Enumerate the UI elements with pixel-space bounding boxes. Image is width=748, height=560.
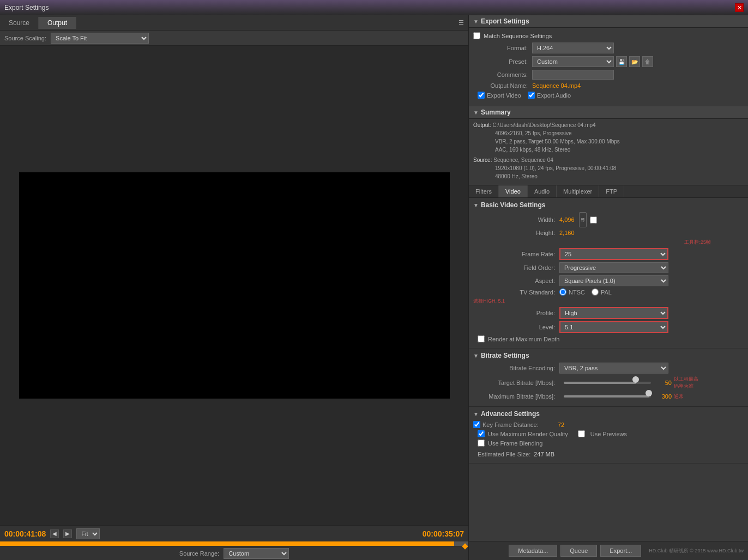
- profile-label: Profile:: [473, 310, 555, 316]
- metadata-button[interactable]: Metadata...: [509, 545, 557, 557]
- ntsc-radio[interactable]: [559, 288, 566, 296]
- vtab-video[interactable]: Video: [499, 185, 528, 197]
- scrubber-fill: [0, 541, 454, 546]
- use-previews-checkbox[interactable]: [578, 430, 585, 437]
- advanced-settings-section: ▼ Advanced Settings Key Frame Distance: …: [469, 407, 748, 463]
- max-bitrate-label: Maximum Bitrate [Mbps]:: [473, 393, 555, 400]
- target-bitrate-value[interactable]: 50: [655, 380, 672, 386]
- preset-delete-button[interactable]: 🗑: [642, 56, 653, 67]
- profile-row: Profile: High: [473, 307, 744, 319]
- left-panel-tabs: Source Output ☰: [0, 15, 468, 31]
- keyframe-checkbox[interactable]: [473, 421, 480, 428]
- annotation-profile: 选择HIGH, 5.1: [473, 298, 505, 305]
- summary-header[interactable]: ▼ Summary: [469, 106, 748, 119]
- export-video-checkbox[interactable]: [478, 92, 485, 99]
- comments-label: Comments:: [473, 71, 528, 78]
- framerate-select[interactable]: 25: [559, 248, 668, 260]
- bitrate-settings-header[interactable]: ▼ Bitrate Settings: [473, 352, 744, 359]
- vtab-audio[interactable]: Audio: [528, 185, 557, 197]
- basic-video-settings-section: ▼ Basic Video Settings Width: 4,096 ⛓ He…: [469, 198, 748, 348]
- export-video-label: Export Video: [487, 92, 521, 99]
- timecode-right: 00:00:35:07: [423, 529, 464, 538]
- bottom-buttons: Metadata... Queue Export... HD.Club 精研视所…: [469, 541, 748, 560]
- match-sequence-checkbox[interactable]: [473, 32, 480, 39]
- fit-select[interactable]: Fit: [76, 528, 100, 539]
- profile-select[interactable]: High: [559, 307, 668, 319]
- frame-blending-checkbox[interactable]: [478, 439, 485, 447]
- target-bitrate-track: [564, 382, 651, 384]
- basic-video-settings-header[interactable]: ▼ Basic Video Settings: [473, 201, 744, 209]
- comments-row: Comments:: [473, 70, 744, 80]
- summary-section: Output: C:\Users\dashi\Desktop\Sequence …: [469, 119, 748, 183]
- summary-source: Source: Sequence, Sequence 04 1920x1080 …: [473, 156, 744, 180]
- max-bitrate-slider[interactable]: [564, 392, 651, 401]
- height-label: Height:: [473, 230, 555, 236]
- height-value[interactable]: 2,160: [559, 230, 575, 236]
- close-button[interactable]: ✕: [735, 3, 744, 12]
- max-bitrate-row: Maximum Bitrate [Mbps]: 300 通常: [473, 392, 744, 401]
- radio-pal: PAL: [592, 288, 612, 296]
- vtabs-row: Filters Video Audio Multiplexer FTP: [469, 185, 748, 198]
- tvstandard-radio-group: NTSC PAL: [559, 288, 612, 296]
- pal-radio[interactable]: [592, 288, 599, 296]
- scrubber-bar[interactable]: [0, 541, 468, 546]
- export-settings-header[interactable]: ▼ Export Settings: [469, 15, 748, 28]
- max-render-quality-checkbox[interactable]: [478, 430, 485, 437]
- fieldorder-select[interactable]: Progressive: [559, 262, 668, 273]
- keyframe-value[interactable]: 72: [558, 421, 564, 428]
- keyframe-label: Key Frame Distance:: [482, 421, 553, 428]
- bitrate-arrow: ▼: [473, 353, 479, 359]
- comments-input[interactable]: [532, 70, 614, 80]
- keyframe-distance-row: Key Frame Distance: 72: [473, 421, 744, 428]
- max-bitrate-value[interactable]: 300: [655, 393, 672, 400]
- source-scaling-select[interactable]: Scale To Fit: [51, 33, 149, 44]
- export-settings-title: Export Settings: [481, 17, 529, 25]
- output-name-label: Output Name:: [473, 82, 528, 89]
- preset-row: Preset: Custom 💾 📂 🗑: [473, 56, 744, 67]
- export-video-item: Export Video: [478, 92, 521, 99]
- annotation-framerate: 工具栏:25帧: [684, 239, 711, 245]
- next-frame-button[interactable]: ▶: [63, 529, 72, 538]
- render-max-depth-checkbox[interactable]: [478, 335, 485, 342]
- tab-menu-button[interactable]: ☰: [454, 17, 468, 28]
- file-size-value: 247 MB: [534, 451, 554, 457]
- prev-frame-button[interactable]: ◀: [50, 529, 59, 538]
- format-select[interactable]: H.264: [532, 43, 614, 53]
- advanced-settings-header[interactable]: ▼ Advanced Settings: [473, 410, 744, 418]
- aspect-select[interactable]: Square Pixels (1.0): [559, 275, 668, 286]
- output-name-link[interactable]: Sequence 04.mp4: [532, 82, 581, 89]
- vtab-multiplexer[interactable]: Multiplexer: [557, 185, 599, 197]
- ntsc-label: NTSC: [569, 289, 585, 296]
- format-row: Format: H.264: [473, 43, 744, 53]
- tab-output[interactable]: Output: [39, 17, 76, 29]
- bitrate-encoding-select[interactable]: VBR, 2 pass: [559, 363, 668, 374]
- maintain-aspect-checkbox[interactable]: [590, 216, 597, 224]
- target-bitrate-label: Target Bitrate [Mbps]:: [473, 380, 555, 386]
- right-panel: ▼ Export Settings Match Sequence Setting…: [469, 15, 748, 560]
- preset-save-button[interactable]: 💾: [616, 56, 627, 67]
- annotation-max: 通常: [674, 393, 684, 400]
- export-audio-checkbox[interactable]: [528, 92, 535, 99]
- summary-output: Output: C:\Users\dashi\Desktop\Sequence …: [473, 121, 744, 154]
- bitrate-settings-section: ▼ Bitrate Settings Bitrate Encoding: VBR…: [469, 348, 748, 407]
- bitrate-title: Bitrate Settings: [481, 352, 529, 359]
- source-range-label: Source Range:: [179, 550, 219, 557]
- level-row: Level: 5.1: [473, 321, 744, 333]
- width-label: Width:: [473, 216, 555, 223]
- width-value[interactable]: 4,096: [559, 216, 575, 223]
- left-panel: Source Output ☰ Source Scaling: Scale To…: [0, 15, 469, 560]
- vtab-ftp[interactable]: FTP: [599, 185, 624, 197]
- level-select[interactable]: 5.1: [559, 321, 668, 333]
- tvstandard-label: TV Standard:: [473, 289, 555, 296]
- settings-scroll[interactable]: ▼ Basic Video Settings Width: 4,096 ⛓ He…: [469, 198, 748, 541]
- source-range-select[interactable]: Custom: [224, 548, 289, 559]
- summary-output-line4: AAC, 160 kbps, 48 kHz, Stereo: [473, 147, 570, 153]
- export-button[interactable]: Export...: [600, 545, 641, 557]
- vtab-filters[interactable]: Filters: [469, 185, 499, 197]
- target-bitrate-slider[interactable]: [564, 378, 651, 387]
- preset-import-button[interactable]: 📂: [629, 56, 640, 67]
- max-bitrate-thumb[interactable]: [646, 390, 652, 396]
- tab-source[interactable]: Source: [0, 17, 39, 29]
- preset-select[interactable]: Custom: [532, 56, 614, 67]
- queue-button[interactable]: Queue: [560, 545, 597, 557]
